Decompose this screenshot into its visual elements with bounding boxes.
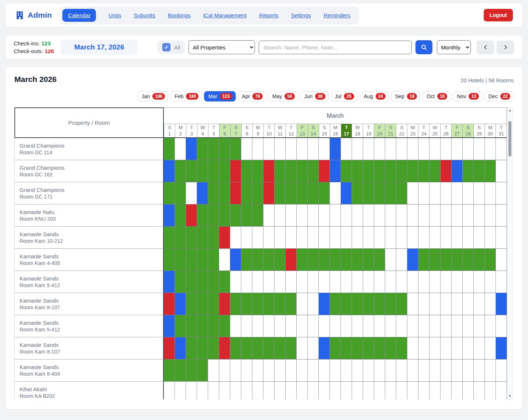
day-cell[interactable] (485, 182, 496, 204)
day-cell[interactable] (164, 315, 175, 337)
day-cell[interactable] (374, 271, 385, 293)
day-cell[interactable] (230, 204, 241, 227)
day-cell[interactable] (275, 382, 286, 399)
day-cell[interactable] (418, 382, 429, 399)
day-cell[interactable] (297, 227, 308, 249)
day-cell[interactable] (219, 359, 230, 382)
day-cell[interactable] (407, 227, 418, 249)
day-cell[interactable] (297, 293, 308, 315)
day-cell[interactable] (252, 271, 263, 293)
day-cell[interactable] (330, 204, 341, 227)
day-cell[interactable] (352, 293, 363, 315)
day-cell[interactable] (374, 249, 385, 271)
day-cell[interactable] (485, 315, 496, 337)
day-cell[interactable] (208, 182, 219, 204)
day-cell[interactable] (363, 315, 374, 337)
day-cell[interactable] (496, 382, 507, 399)
day-cell[interactable] (186, 138, 197, 160)
day-cell[interactable] (429, 182, 441, 204)
day-cell[interactable] (175, 382, 186, 399)
day-cell[interactable] (341, 293, 352, 315)
day-cell[interactable] (286, 315, 297, 337)
day-cell[interactable] (452, 382, 463, 399)
day-cell[interactable] (263, 315, 275, 337)
day-cell[interactable] (252, 182, 263, 204)
day-cell[interactable] (396, 359, 407, 382)
day-cell[interactable] (219, 382, 230, 399)
day-cell[interactable] (319, 359, 330, 382)
day-cell[interactable] (186, 359, 197, 382)
day-cell[interactable] (474, 382, 485, 399)
day-cell[interactable] (230, 138, 241, 160)
day-cell[interactable] (308, 160, 319, 182)
day-cell[interactable] (496, 293, 507, 315)
day-cell[interactable] (407, 337, 418, 359)
all-checkbox[interactable]: ✓ (162, 43, 170, 51)
day-cell[interactable] (374, 293, 385, 315)
day-cell[interactable] (474, 359, 485, 382)
day-cell[interactable] (463, 359, 474, 382)
day-cell[interactable] (463, 249, 474, 271)
day-cell[interactable] (263, 337, 275, 359)
day-cell[interactable] (441, 160, 452, 182)
properties-select[interactable]: All Properties (189, 40, 255, 54)
day-cell[interactable] (385, 160, 396, 182)
day-cell[interactable] (407, 271, 418, 293)
day-cell[interactable] (352, 271, 363, 293)
day-cell[interactable] (396, 227, 407, 249)
day-cell[interactable] (441, 271, 452, 293)
day-cell[interactable] (341, 138, 352, 160)
date-picker[interactable]: March 17, 2026 (61, 40, 138, 55)
day-cell[interactable] (485, 160, 496, 182)
day-cell[interactable] (308, 249, 319, 271)
day-cell[interactable] (496, 337, 507, 359)
day-cell[interactable] (219, 271, 230, 293)
search-button[interactable] (415, 40, 432, 54)
day-cell[interactable] (418, 160, 429, 182)
day-cell[interactable] (286, 204, 297, 227)
day-cell[interactable] (219, 337, 230, 359)
day-cell[interactable] (363, 204, 374, 227)
month-pill-mar[interactable]: Mar123 (204, 91, 235, 101)
day-cell[interactable] (308, 138, 319, 160)
day-cell[interactable] (396, 182, 407, 204)
day-cell[interactable] (186, 293, 197, 315)
month-pill-apr[interactable]: Apr78 (238, 91, 266, 101)
month-pill-aug[interactable]: Aug24 (360, 91, 389, 101)
day-cell[interactable] (485, 204, 496, 227)
day-cell[interactable] (230, 271, 241, 293)
day-cell[interactable] (263, 182, 275, 204)
day-cell[interactable] (252, 337, 263, 359)
day-cell[interactable] (308, 315, 319, 337)
day-cell[interactable] (164, 227, 175, 249)
day-cell[interactable] (330, 315, 341, 337)
day-cell[interactable] (452, 160, 463, 182)
day-cell[interactable] (197, 227, 208, 249)
day-cell[interactable] (219, 227, 230, 249)
day-cell[interactable] (485, 359, 496, 382)
day-cell[interactable] (441, 182, 452, 204)
day-cell[interactable] (297, 382, 308, 399)
day-cell[interactable] (275, 182, 286, 204)
day-cell[interactable] (441, 227, 452, 249)
day-cell[interactable] (308, 337, 319, 359)
day-cell[interactable] (418, 249, 429, 271)
day-cell[interactable] (341, 382, 352, 399)
day-cell[interactable] (286, 337, 297, 359)
day-cell[interactable] (241, 382, 252, 399)
day-cell[interactable] (175, 271, 186, 293)
day-cell[interactable] (175, 337, 186, 359)
day-cell[interactable] (208, 315, 219, 337)
day-cell[interactable] (308, 227, 319, 249)
day-cell[interactable] (286, 138, 297, 160)
day-cell[interactable] (186, 249, 197, 271)
day-cell[interactable] (441, 359, 452, 382)
day-cell[interactable] (275, 204, 286, 227)
day-cell[interactable] (452, 182, 463, 204)
day-cell[interactable] (230, 315, 241, 337)
day-cell[interactable] (485, 249, 496, 271)
day-cell[interactable] (441, 293, 452, 315)
day-cell[interactable] (441, 337, 452, 359)
day-cell[interactable] (208, 138, 219, 160)
day-cell[interactable] (297, 359, 308, 382)
